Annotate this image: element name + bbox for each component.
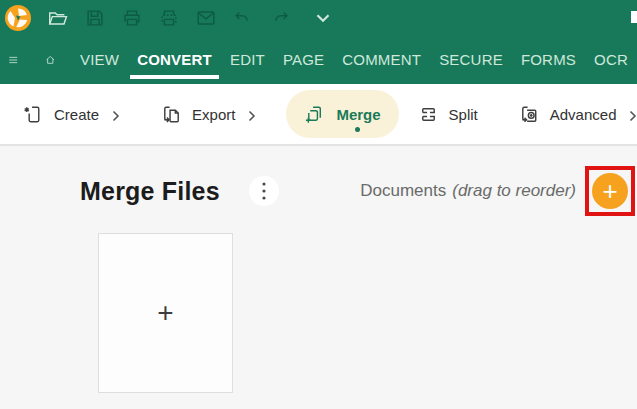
- print-icon[interactable]: [121, 7, 143, 29]
- window-edge-fragment: [631, 11, 637, 23]
- convert-ribbon: Create Export Merge Split Advanced: [0, 84, 637, 146]
- more-tools-chevron-icon[interactable]: [312, 7, 334, 29]
- main-menubar: VIEW CONVERT EDIT PAGE COMMENT SECURE FO…: [0, 35, 637, 84]
- quick-access-toolbar: [0, 0, 637, 35]
- undo-icon[interactable]: [232, 7, 254, 29]
- advanced-label: Advanced: [550, 106, 617, 123]
- merge-button[interactable]: Merge: [286, 90, 398, 138]
- create-button[interactable]: Create: [8, 90, 134, 138]
- chevron-right-icon: [248, 108, 256, 120]
- app-logo-icon[interactable]: [4, 4, 32, 32]
- create-label: Create: [54, 106, 99, 123]
- open-file-icon[interactable]: [47, 7, 69, 29]
- tab-convert[interactable]: CONVERT: [128, 35, 221, 84]
- split-label: Split: [449, 106, 478, 123]
- export-pdf-icon: [160, 103, 183, 126]
- merge-files-panel: Merge Files Documents (drag to reorder) …: [0, 146, 637, 393]
- tab-secure[interactable]: SECURE: [430, 35, 512, 84]
- merge-label: Merge: [336, 106, 380, 123]
- home-icon[interactable]: [45, 48, 56, 72]
- kebab-menu-icon: [262, 182, 266, 200]
- tab-edit[interactable]: EDIT: [221, 35, 274, 84]
- tab-comment[interactable]: COMMENT: [333, 35, 430, 84]
- split-pdf-icon: [417, 103, 440, 126]
- tab-ocr[interactable]: OCR: [585, 35, 637, 84]
- redo-icon[interactable]: [269, 7, 291, 29]
- create-pdf-icon: [22, 103, 45, 126]
- advanced-button[interactable]: Advanced: [504, 90, 637, 138]
- tab-page[interactable]: PAGE: [274, 35, 333, 84]
- page-title: Merge Files: [80, 177, 220, 206]
- save-icon[interactable]: [84, 7, 106, 29]
- chevron-right-icon: [112, 108, 120, 120]
- hamburger-menu-icon[interactable]: [8, 48, 19, 72]
- email-icon[interactable]: [195, 7, 217, 29]
- plus-icon: +: [157, 297, 173, 329]
- merge-pdf-icon: [304, 103, 327, 126]
- merge-files-header: Merge Files Documents (drag to reorder) …: [80, 166, 637, 216]
- tab-forms[interactable]: FORMS: [512, 35, 585, 84]
- add-document-button[interactable]: +: [592, 173, 628, 209]
- tab-convert-label: CONVERT: [137, 51, 212, 68]
- chevron-right-icon: [629, 108, 637, 120]
- more-options-button[interactable]: [249, 176, 279, 206]
- menu-tabs: VIEW CONVERT EDIT PAGE COMMENT SECURE FO…: [71, 35, 637, 84]
- export-button[interactable]: Export: [146, 90, 270, 138]
- active-tab-indicator: [130, 75, 219, 79]
- documents-label: Documents: [360, 181, 446, 201]
- quick-print-icon[interactable]: [158, 7, 180, 29]
- add-file-placeholder-card[interactable]: +: [98, 233, 233, 393]
- merge-active-dot: [355, 127, 360, 132]
- tab-view[interactable]: VIEW: [71, 35, 128, 84]
- export-label: Export: [192, 106, 235, 123]
- split-button[interactable]: Split: [403, 90, 492, 138]
- documents-reorder-hint: (drag to reorder): [452, 181, 576, 201]
- add-document-highlight-box: +: [585, 166, 635, 216]
- advanced-convert-icon: [518, 103, 541, 126]
